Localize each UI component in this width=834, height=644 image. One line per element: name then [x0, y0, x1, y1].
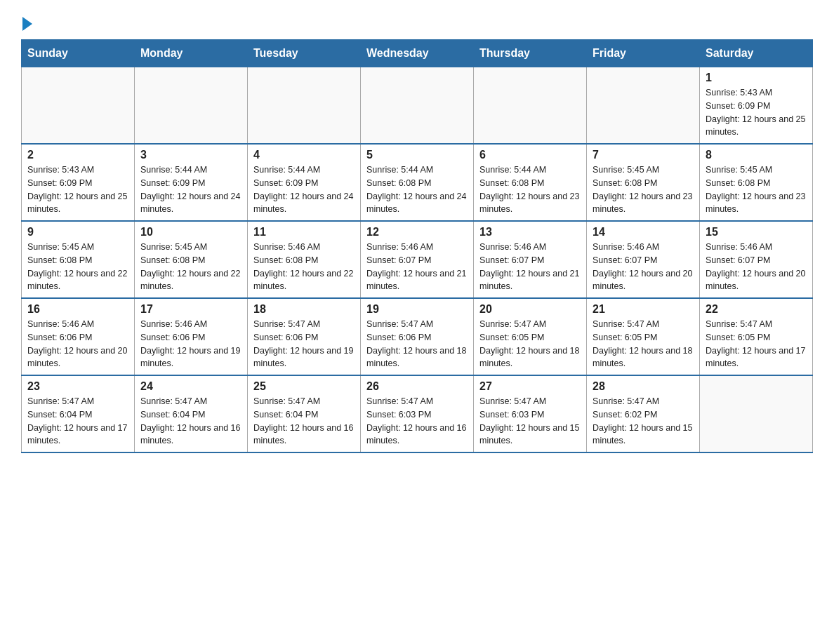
- day-number: 26: [366, 380, 468, 393]
- weekday-header-monday: Monday: [135, 40, 248, 67]
- calendar-cell: 3Sunrise: 5:44 AM Sunset: 6:09 PM Daylig…: [135, 144, 248, 221]
- calendar-cell: 7Sunrise: 5:45 AM Sunset: 6:08 PM Daylig…: [587, 144, 700, 221]
- calendar-cell: 15Sunrise: 5:46 AM Sunset: 6:07 PM Dayli…: [700, 221, 813, 298]
- weekday-header-thursday: Thursday: [474, 40, 587, 67]
- day-number: 1: [706, 72, 807, 84]
- day-number: 11: [253, 226, 355, 239]
- weekday-header-saturday: Saturday: [700, 40, 813, 67]
- day-info: Sunrise: 5:46 AM Sunset: 6:07 PM Dayligh…: [593, 241, 694, 293]
- day-number: 9: [27, 226, 128, 239]
- day-number: 20: [479, 303, 581, 316]
- calendar-header: SundayMondayTuesdayWednesdayThursdayFrid…: [22, 40, 813, 67]
- day-number: 17: [140, 303, 241, 316]
- day-number: 28: [593, 380, 694, 393]
- day-number: 13: [479, 226, 581, 239]
- day-info: Sunrise: 5:44 AM Sunset: 6:08 PM Dayligh…: [366, 163, 468, 216]
- calendar-cell: 1Sunrise: 5:43 AM Sunset: 6:09 PM Daylig…: [700, 67, 813, 145]
- day-number: 25: [253, 380, 355, 393]
- day-info: Sunrise: 5:47 AM Sunset: 6:03 PM Dayligh…: [479, 395, 581, 448]
- calendar-cell: 23Sunrise: 5:47 AM Sunset: 6:04 PM Dayli…: [22, 375, 135, 452]
- calendar-week-row: 1Sunrise: 5:43 AM Sunset: 6:09 PM Daylig…: [22, 67, 813, 145]
- day-number: 23: [27, 380, 128, 393]
- day-info: Sunrise: 5:45 AM Sunset: 6:08 PM Dayligh…: [27, 241, 128, 293]
- calendar-cell: 26Sunrise: 5:47 AM Sunset: 6:03 PM Dayli…: [361, 375, 474, 452]
- calendar-cell: 2Sunrise: 5:43 AM Sunset: 6:09 PM Daylig…: [22, 144, 135, 221]
- day-info: Sunrise: 5:44 AM Sunset: 6:08 PM Dayligh…: [479, 163, 581, 216]
- logo: [21, 14, 32, 28]
- day-number: 19: [366, 303, 468, 316]
- day-number: 4: [253, 149, 355, 161]
- day-info: Sunrise: 5:45 AM Sunset: 6:08 PM Dayligh…: [706, 163, 807, 216]
- day-info: Sunrise: 5:43 AM Sunset: 6:09 PM Dayligh…: [706, 86, 807, 139]
- calendar-cell: 11Sunrise: 5:46 AM Sunset: 6:08 PM Dayli…: [248, 221, 361, 298]
- day-info: Sunrise: 5:47 AM Sunset: 6:05 PM Dayligh…: [706, 318, 807, 370]
- calendar-cell: 25Sunrise: 5:47 AM Sunset: 6:04 PM Dayli…: [248, 375, 361, 452]
- weekday-header-sunday: Sunday: [22, 40, 135, 67]
- weekday-header-wednesday: Wednesday: [361, 40, 474, 67]
- calendar-cell: [22, 67, 135, 145]
- day-info: Sunrise: 5:47 AM Sunset: 6:06 PM Dayligh…: [366, 318, 468, 370]
- day-number: 3: [140, 149, 241, 161]
- day-number: 7: [593, 149, 694, 161]
- calendar-cell: 22Sunrise: 5:47 AM Sunset: 6:05 PM Dayli…: [700, 298, 813, 375]
- calendar-week-row: 9Sunrise: 5:45 AM Sunset: 6:08 PM Daylig…: [22, 221, 813, 298]
- calendar-cell: 27Sunrise: 5:47 AM Sunset: 6:03 PM Dayli…: [474, 375, 587, 452]
- day-info: Sunrise: 5:47 AM Sunset: 6:05 PM Dayligh…: [593, 318, 694, 370]
- day-number: 6: [479, 149, 581, 161]
- day-info: Sunrise: 5:46 AM Sunset: 6:08 PM Dayligh…: [253, 241, 355, 293]
- calendar-cell: [361, 67, 474, 145]
- day-number: 22: [706, 303, 807, 316]
- day-number: 10: [140, 226, 241, 239]
- calendar-cell: 13Sunrise: 5:46 AM Sunset: 6:07 PM Dayli…: [474, 221, 587, 298]
- day-number: 15: [706, 226, 807, 239]
- day-info: Sunrise: 5:44 AM Sunset: 6:09 PM Dayligh…: [253, 163, 355, 216]
- calendar-cell: [700, 375, 813, 452]
- day-number: 21: [593, 303, 694, 316]
- day-number: 8: [706, 149, 807, 161]
- weekday-header-friday: Friday: [587, 40, 700, 67]
- weekday-header-row: SundayMondayTuesdayWednesdayThursdayFrid…: [22, 40, 813, 67]
- calendar-cell: [474, 67, 587, 145]
- calendar-table: SundayMondayTuesdayWednesdayThursdayFrid…: [21, 39, 813, 453]
- logo-arrow-icon: [22, 17, 32, 31]
- day-info: Sunrise: 5:45 AM Sunset: 6:08 PM Dayligh…: [593, 163, 694, 216]
- day-info: Sunrise: 5:44 AM Sunset: 6:09 PM Dayligh…: [140, 163, 241, 216]
- calendar-week-row: 23Sunrise: 5:47 AM Sunset: 6:04 PM Dayli…: [22, 375, 813, 452]
- day-info: Sunrise: 5:46 AM Sunset: 6:07 PM Dayligh…: [706, 241, 807, 293]
- calendar-cell: 20Sunrise: 5:47 AM Sunset: 6:05 PM Dayli…: [474, 298, 587, 375]
- day-info: Sunrise: 5:47 AM Sunset: 6:05 PM Dayligh…: [479, 318, 581, 370]
- calendar-cell: 19Sunrise: 5:47 AM Sunset: 6:06 PM Dayli…: [361, 298, 474, 375]
- calendar-week-row: 16Sunrise: 5:46 AM Sunset: 6:06 PM Dayli…: [22, 298, 813, 375]
- day-info: Sunrise: 5:47 AM Sunset: 6:04 PM Dayligh…: [253, 395, 355, 448]
- day-info: Sunrise: 5:46 AM Sunset: 6:07 PM Dayligh…: [366, 241, 468, 293]
- calendar-cell: 8Sunrise: 5:45 AM Sunset: 6:08 PM Daylig…: [700, 144, 813, 221]
- calendar-cell: [135, 67, 248, 145]
- day-number: 2: [27, 149, 128, 161]
- day-info: Sunrise: 5:45 AM Sunset: 6:08 PM Dayligh…: [140, 241, 241, 293]
- day-number: 18: [253, 303, 355, 316]
- day-number: 27: [479, 380, 581, 393]
- day-info: Sunrise: 5:46 AM Sunset: 6:07 PM Dayligh…: [479, 241, 581, 293]
- calendar-cell: 21Sunrise: 5:47 AM Sunset: 6:05 PM Dayli…: [587, 298, 700, 375]
- calendar-cell: [248, 67, 361, 145]
- calendar-cell: 28Sunrise: 5:47 AM Sunset: 6:02 PM Dayli…: [587, 375, 700, 452]
- calendar-cell: 4Sunrise: 5:44 AM Sunset: 6:09 PM Daylig…: [248, 144, 361, 221]
- day-info: Sunrise: 5:47 AM Sunset: 6:02 PM Dayligh…: [593, 395, 694, 448]
- calendar-cell: 12Sunrise: 5:46 AM Sunset: 6:07 PM Dayli…: [361, 221, 474, 298]
- calendar-cell: 18Sunrise: 5:47 AM Sunset: 6:06 PM Dayli…: [248, 298, 361, 375]
- day-number: 24: [140, 380, 241, 393]
- day-number: 16: [27, 303, 128, 316]
- day-info: Sunrise: 5:47 AM Sunset: 6:03 PM Dayligh…: [366, 395, 468, 448]
- weekday-header-tuesday: Tuesday: [248, 40, 361, 67]
- calendar-cell: 5Sunrise: 5:44 AM Sunset: 6:08 PM Daylig…: [361, 144, 474, 221]
- day-number: 14: [593, 226, 694, 239]
- calendar-body: 1Sunrise: 5:43 AM Sunset: 6:09 PM Daylig…: [22, 67, 813, 453]
- calendar-cell: 17Sunrise: 5:46 AM Sunset: 6:06 PM Dayli…: [135, 298, 248, 375]
- calendar-cell: 24Sunrise: 5:47 AM Sunset: 6:04 PM Dayli…: [135, 375, 248, 452]
- calendar-cell: 9Sunrise: 5:45 AM Sunset: 6:08 PM Daylig…: [22, 221, 135, 298]
- day-info: Sunrise: 5:47 AM Sunset: 6:04 PM Dayligh…: [140, 395, 241, 448]
- calendar-cell: 14Sunrise: 5:46 AM Sunset: 6:07 PM Dayli…: [587, 221, 700, 298]
- calendar-cell: 6Sunrise: 5:44 AM Sunset: 6:08 PM Daylig…: [474, 144, 587, 221]
- day-info: Sunrise: 5:46 AM Sunset: 6:06 PM Dayligh…: [27, 318, 128, 370]
- calendar-week-row: 2Sunrise: 5:43 AM Sunset: 6:09 PM Daylig…: [22, 144, 813, 221]
